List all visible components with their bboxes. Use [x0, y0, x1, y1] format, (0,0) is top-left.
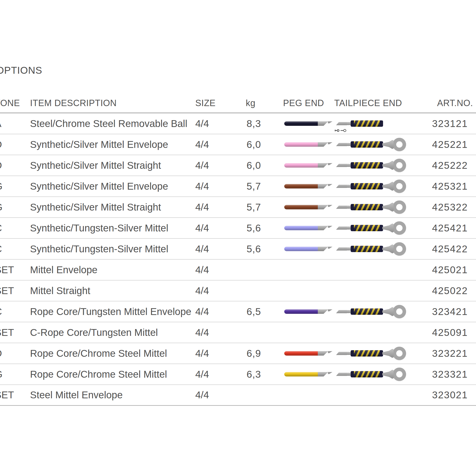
art-no-cell: 323121	[433, 113, 468, 134]
string-color-rod-icon	[284, 184, 318, 188]
tailpiece-cone-icon	[382, 244, 394, 254]
string-tip-sliver-icon	[328, 163, 333, 165]
tailpiece-rod-icon	[346, 310, 351, 313]
peg-end-illustration	[284, 301, 338, 322]
item-description-cell: Rope Core/Chrome Steel Mittel	[30, 364, 167, 384]
string-metal-tip-icon	[318, 121, 328, 126]
tailpiece-silk-winding-icon	[351, 141, 383, 148]
item-description-cell: Synthetic/Silver Mittel Straight	[30, 197, 161, 217]
tone-cell: C	[0, 218, 2, 238]
tailpiece-blade-tip-icon	[336, 373, 347, 376]
size-cell: 4/4	[195, 385, 209, 405]
size-cell: 4/4	[195, 134, 209, 155]
kg-cell	[242, 385, 261, 405]
tailpiece-loop-ring-icon	[393, 242, 406, 255]
tailpiece-end-illustration	[336, 343, 409, 364]
tone-cell: D	[0, 155, 2, 176]
art-no-cell: 425222	[433, 155, 468, 176]
peg-end-illustration	[284, 134, 338, 155]
string-tip-sliver-icon	[328, 351, 333, 353]
table-row: C Synthetic/Tungsten-Silver Mittel 4/4 5…	[0, 218, 476, 239]
table-row: D Synthetic/Silver Mittel Straight 4/4 6…	[0, 155, 476, 176]
size-cell: 4/4	[195, 301, 209, 322]
tailpiece-cone-icon	[382, 203, 394, 212]
tailpiece-silk-winding-icon	[351, 183, 383, 189]
art-no-cell: 425321	[433, 176, 468, 196]
column-header-tone: TONE	[0, 94, 20, 112]
ball-loop-icon	[334, 128, 347, 133]
tailpiece-loop-ring-icon	[393, 201, 406, 214]
tailpiece-silk-winding-icon	[351, 371, 383, 377]
peg-end-illustration	[284, 113, 338, 134]
string-color-rod-icon	[284, 351, 318, 356]
string-metal-tip-icon	[318, 372, 328, 376]
kg-cell: 6,5	[242, 301, 261, 322]
tailpiece-loop-ring-icon	[393, 347, 406, 360]
tailpiece-blade-tip-icon	[336, 122, 347, 125]
string-tip-sliver-icon	[328, 226, 333, 228]
item-description-cell: Synthetic/Tungsten-Silver Mittel	[30, 239, 168, 259]
table-body: A Steel/Chrome Steel Removable Ball 4/4 …	[0, 113, 476, 406]
table-row: SET Mittel Envelope 4/4 425021	[0, 260, 476, 280]
tailpiece-silk-winding-icon	[351, 246, 383, 252]
tone-cell: D	[0, 134, 2, 155]
item-description-cell: Steel Mittel Envelope	[30, 385, 123, 405]
tone-cell: SET	[0, 322, 14, 343]
tailpiece-cone-icon	[382, 307, 394, 316]
kg-cell	[242, 322, 261, 343]
kg-cell: 6,9	[242, 343, 261, 364]
tailpiece-loop-ring-icon	[393, 159, 406, 172]
item-description-cell: Steel/Chrome Steel Removable Ball	[30, 113, 187, 134]
string-color-rod-icon	[284, 226, 318, 230]
tone-cell: SET	[0, 260, 14, 280]
item-description-cell: Synthetic/Silver Mittel Envelope	[30, 134, 168, 155]
tailpiece-rod-icon	[346, 164, 351, 167]
tailpiece-rod-icon	[346, 352, 351, 355]
tailpiece-cone-icon	[382, 140, 394, 149]
size-cell: 4/4	[195, 218, 209, 238]
column-header-item-description: ITEM DESCRIPTION	[30, 94, 117, 112]
string-color-rod-icon	[284, 309, 318, 314]
tailpiece-blade-tip-icon	[336, 247, 347, 251]
ball-end-icon	[335, 130, 339, 131]
tailpiece-rod-icon	[346, 185, 351, 188]
page-title: OPTIONS	[0, 65, 42, 76]
string-color-rod-icon	[284, 163, 318, 168]
size-cell: 4/4	[195, 322, 209, 343]
string-tip-sliver-icon	[328, 121, 333, 123]
string-metal-tip-icon	[318, 351, 328, 356]
size-cell: 4/4	[195, 343, 209, 364]
string-tip-sliver-icon	[328, 372, 333, 374]
tailpiece-cone-icon	[382, 223, 394, 233]
tailpiece-loop-ring-icon	[393, 138, 406, 151]
table-row: C Synthetic/Tungsten-Silver Mittel 4/4 5…	[0, 239, 476, 260]
tone-cell: G	[0, 197, 2, 217]
string-metal-tip-icon	[318, 247, 328, 251]
tailpiece-rod-icon	[346, 373, 351, 376]
string-color-rod-icon	[284, 205, 318, 209]
size-cell: 4/4	[195, 197, 209, 217]
tailpiece-rod-icon	[346, 143, 351, 146]
table-row: G Synthetic/Silver Mittel Straight 4/4 5…	[0, 197, 476, 218]
peg-end-illustration	[284, 218, 338, 238]
tailpiece-silk-winding-icon	[351, 204, 383, 210]
table-row: SET Mittel Straight 4/4 425022	[0, 280, 476, 301]
tailpiece-blade-tip-icon	[336, 310, 347, 313]
kg-cell	[242, 280, 261, 301]
art-no-cell: 323421	[433, 301, 468, 322]
tailpiece-blade-tip-icon	[336, 164, 347, 167]
tailpiece-end-illustration	[336, 197, 409, 217]
kg-cell: 6,0	[242, 134, 261, 155]
art-no-cell: 425322	[433, 197, 468, 217]
tailpiece-loop-ring-icon	[393, 305, 406, 318]
string-metal-tip-icon	[318, 205, 328, 209]
string-color-rod-icon	[284, 247, 318, 251]
kg-cell: 5,6	[242, 218, 261, 238]
tailpiece-end-illustration	[336, 113, 409, 134]
table-row: G Synthetic/Silver Mittel Envelope 4/4 5…	[0, 176, 476, 197]
column-header-size: SIZE	[195, 94, 216, 112]
art-no-cell: 323021	[433, 385, 468, 405]
kg-cell: 5,6	[242, 239, 261, 259]
tailpiece-end-illustration	[336, 155, 409, 176]
tone-cell: A	[0, 113, 1, 134]
